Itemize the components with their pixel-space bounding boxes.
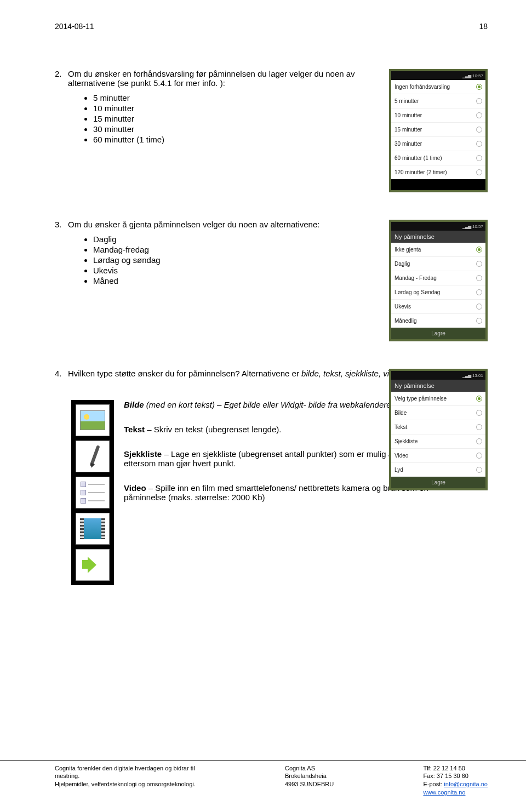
radio-icon [476,410,482,416]
radio-icon [476,318,482,324]
item-number-2: 2. [55,69,68,88]
phone-title: Ny påminnelse [391,231,485,243]
desc-video: Video – Spille inn en film med smarttele… [124,483,431,502]
film-icon [76,513,110,545]
radio-icon [476,304,482,310]
sec2-bullets: 5 minutter 10 minutter 15 minutter 30 mi… [55,93,373,144]
phone-option: Video [391,449,485,463]
speaker-icon [76,549,110,581]
footer-fax: Fax: 37 15 30 60 [423,772,488,780]
phone-option: Månedlig [391,314,485,328]
footer-phone: Tlf: 22 12 14 50 [423,764,488,773]
header-date: 2014-08-11 [55,22,94,31]
item-number-3: 3. [55,220,68,229]
phone-option: Ukevis [391,300,485,314]
phone-option: Tekst [391,420,485,434]
radio-icon [476,169,482,175]
phone-option: 10 minutter [391,108,485,123]
icon-strip [71,400,114,585]
phone-option: Lørdag og Søndag [391,285,485,300]
radio-icon [476,84,482,90]
list-item: Daglig [93,235,373,244]
list-item: 10 minutter [93,104,373,113]
phone-option: Mandag - Fredag [391,271,485,285]
footer-mid-1: Cognita AS [285,764,334,773]
phone-option: 120 minutter (2 timer) [391,165,485,179]
phone-save-button: Lagre [391,477,485,488]
phone-title: Ny påminnelse [391,380,485,392]
radio-icon [476,127,482,133]
phone-option: 15 minutter [391,123,485,137]
radio-icon [476,112,482,118]
footer-mid-2: Brokelandsheia [285,772,334,780]
phone-save-button: Lagre [391,328,485,339]
phone-option: Lyd [391,463,485,477]
radio-icon [476,289,482,295]
list-item: 5 minutter [93,93,373,102]
radio-icon [476,247,482,253]
radio-icon [476,467,482,473]
radio-icon [476,98,482,104]
footer-email-link[interactable]: info@cognita.no [444,781,488,787]
checklist-icon [76,477,110,508]
phone-option: Velg type påminnelse [391,392,485,406]
phone-screenshot-2: ▁▃▅10:57 Ny påminnelse Ikke gjenta Dagli… [389,220,488,341]
phone-screenshot-1: ▁▃▅10:57 Ingen forhåndsvarsling 5 minutt… [389,69,488,192]
phone-option: 30 minutter [391,137,485,151]
radio-icon [476,424,482,430]
footer-website-link[interactable]: www.cognita.no [423,789,465,796]
list-item: Måned [93,276,373,285]
page-footer: Cognita forenkler den digitale hverdagen… [0,760,526,797]
footer-mid-3: 4993 SUNDEBRU [285,780,334,788]
radio-icon [476,438,482,444]
list-item: 15 minutter [93,114,373,123]
footer-email: E-post: info@cognita.no [423,780,488,788]
phone-option: 60 minutter (1 time) [391,151,485,165]
sec2-text: Om du ønsker en forhåndsvarsling før påm… [68,69,373,88]
radio-icon [476,155,482,161]
radio-icon [476,261,482,267]
radio-icon [476,396,482,402]
list-item: Mandag-fredag [93,245,373,254]
list-item: Ukevis [93,266,373,275]
sec3-bullets: Daglig Mandag-fredag Lørdag og søndag Uk… [55,235,373,285]
radio-icon [476,275,482,281]
header-page: 18 [479,22,488,31]
phone-option: Ingen forhåndsvarsling [391,80,485,94]
footer-left-1: Cognita forenkler den digitale hverdagen… [55,764,196,773]
sec3-text: Om du ønsker å gjenta påminnelsen velger… [68,220,373,229]
list-item: Lørdag og søndag [93,255,373,265]
phone-option: Daglig [391,257,485,271]
radio-icon [476,141,482,147]
pencil-icon [76,441,110,472]
list-item: 60 minutter (1 time) [93,135,373,144]
phone-option: Sjekkliste [391,434,485,449]
phone-option: Bilde [391,406,485,420]
photo-icon [76,404,110,436]
footer-left-3: Hjelpemidler, velferdsteknologi og omsor… [55,780,196,788]
item-number-4: 4. [55,369,68,378]
desc-sjekkliste: Sjekkliste – Lage en sjekkliste (ubegren… [124,449,431,468]
phone-option: 5 minutter [391,94,485,108]
phone-screenshot-3: ▁▃▅13:01 Ny påminnelse Velg type påminne… [389,369,488,490]
list-item: 30 minutter [93,124,373,134]
phone-option: Ikke gjenta [391,243,485,257]
footer-left-2: mestring. [55,772,196,780]
radio-icon [476,453,482,459]
